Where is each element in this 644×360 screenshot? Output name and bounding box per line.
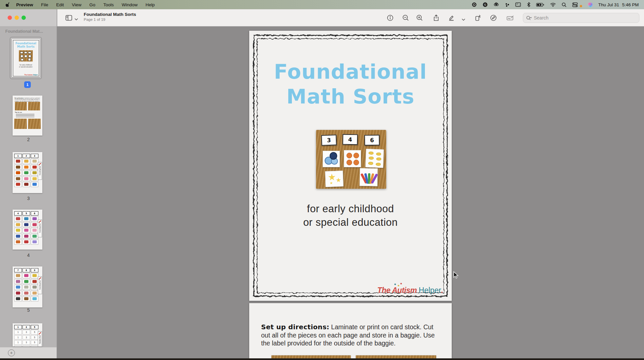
directions-photo-left [271,355,351,358]
spotlight-icon[interactable] [562,2,567,7]
thumbnail-page-5[interactable]: 789Counting Sort [13,266,42,307]
cover-photo: 3 4 6 [316,130,386,189]
share-icon[interactable] [433,14,440,21]
document-page-1[interactable]: Foundational Math Sorts 3 4 6 [249,31,452,301]
photo-number-card-3: 3 [321,135,337,146]
mouse-cursor [453,271,460,280]
setup-directions-heading: Set up directions: [261,323,329,331]
document-page-2[interactable]: Set up directions: Laminate or print on … [249,303,452,358]
svg-text:G: G [484,3,486,6]
info-icon[interactable] [387,14,394,21]
battery-icon[interactable] [536,3,544,7]
thumbnail-page-2[interactable]: Set up directions: Laminate or print on … [13,96,42,136]
clock-time: 5:46 PM [622,2,639,7]
thumbnail-page-label-2: 2 [0,137,57,142]
sidebar-bottom-bar: + [0,347,57,358]
zoom-in-icon[interactable] [416,14,423,21]
wallpaper-edge [0,358,644,360]
toolbar: Foundational Math Sorts Page 1 of 19 [57,9,644,26]
rotate-icon[interactable] [474,14,482,21]
setup-directions-paragraph: Set up directions: Laminate or print on … [261,323,441,347]
photo-number-card-6: 6 [364,135,380,146]
sidebar-document-name: Foundational Mat... [5,29,54,34]
minimize-window-button[interactable] [15,16,19,20]
thumbnail-page-1[interactable]: FoundationalMath Sorts for early childho… [12,39,40,77]
window-titlebar: Foundational Math Sorts Page 1 of 19 [0,9,644,26]
search-input[interactable] [534,15,626,20]
menu-view[interactable]: View [72,2,81,7]
page-indicator: Page 1 of 19 [84,18,136,21]
zoom-out-icon[interactable] [402,14,409,21]
thumbnail-page-6[interactable]: 135135135135135135Number Sort [13,323,42,346]
cover-title: Foundational Math Sorts [249,59,452,109]
autism-helper-logo: The Autism Helper. [377,286,443,295]
app-menus: Preview File Edit View Go Tools Window H… [16,2,155,7]
photo-card-buttons [323,151,340,167]
knot-icon[interactable] [493,2,499,7]
apple-menu-icon[interactable] [5,2,10,8]
bluetooth-icon[interactable] [527,2,530,7]
search-icon [526,16,532,20]
thumbnail-page-label-3: 3 [0,196,57,201]
cover-subtitle: for early childhood or special education [249,202,452,229]
markup-pen-icon[interactable] [490,14,497,21]
highlight-menu-chevron-icon[interactable] [462,17,469,24]
grammarly-icon[interactable]: G [483,2,488,7]
directions-photo-right [356,355,436,358]
menu-edit[interactable]: Edit [56,2,64,7]
photo-card-crayons [360,168,378,186]
fill-sign-icon[interactable] [506,14,514,21]
thumbnail-page-label-5: 5 [0,307,57,313]
sidebar-toggle-icon[interactable] [65,14,72,21]
photo-card-basketballs [344,150,361,167]
dots-icon[interactable] [505,2,510,7]
input-source-icon[interactable]: x [515,2,521,7]
close-window-button[interactable] [8,16,12,20]
thumbnail-page-label-4: 4 [0,253,57,258]
thumbnail-page-3[interactable]: 123Counting Sort [13,152,42,193]
menu-file[interactable]: File [41,2,48,7]
menu-go[interactable]: Go [89,2,95,7]
window-title: Foundational Math Sorts [84,12,136,17]
menu-window[interactable]: Window [122,2,138,7]
titlebar-sidebar-section [0,9,57,26]
photo-number-card-4: 4 [343,134,358,145]
focus-dot-icon [580,5,582,7]
menu-bar-clock[interactable]: Thu Jul 31 5:46 PM [598,2,639,7]
zoom-window-button[interactable] [22,16,26,20]
sidebar-toggle-chevron-icon[interactable] [74,16,82,23]
thumbnail-page-4[interactable]: 456Counting Sort [13,210,42,250]
svg-text:x: x [519,4,520,6]
thumbnail-sidebar: Foundational Mat... FoundationalMath Sor… [0,26,57,358]
desktop: Preview File Edit View Go Tools Window H… [0,0,644,360]
highlight-pen-icon[interactable] [448,14,455,21]
siri-icon[interactable] [588,2,593,7]
circle-record-icon[interactable] [472,2,477,7]
add-page-button[interactable]: + [8,349,15,356]
control-center-icon[interactable] [572,2,578,7]
menu-bar: Preview File Edit View Go Tools Window H… [0,0,644,9]
clock-date: Thu Jul 31 [598,2,619,7]
photo-card-stars [325,171,344,187]
wifi-icon[interactable] [550,2,556,7]
menu-preview[interactable]: Preview [16,2,33,7]
menu-help[interactable]: Help [146,2,155,7]
photo-card-fish [365,149,384,168]
search-field[interactable] [523,13,639,23]
thumbnail-page-badge-1: 1 [24,81,31,88]
menu-tools[interactable]: Tools [103,2,114,7]
